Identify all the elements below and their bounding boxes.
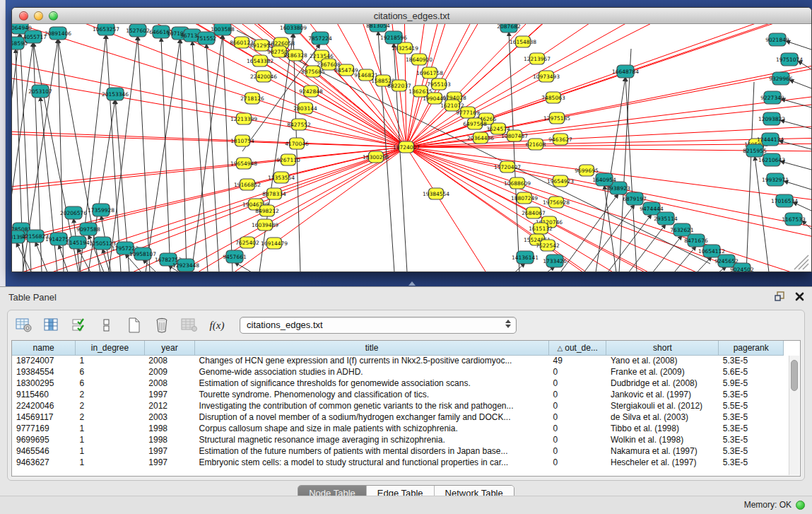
graph-node[interactable]: 1003588 <box>211 24 235 35</box>
graph-node[interactable]: 17016534 <box>771 194 798 207</box>
column-header-year[interactable]: year <box>144 341 194 355</box>
column-header-short[interactable]: short <box>606 341 719 355</box>
table-row[interactable]: 911546021997Tourette syndrome. Phenomeno… <box>12 389 784 400</box>
function-builder-icon[interactable]: f(x) <box>208 316 226 334</box>
graph-node[interactable]: 16039489 <box>252 219 278 230</box>
graph-node[interactable]: 1145194 <box>66 236 90 249</box>
graph-node[interactable]: 20153346 <box>102 88 129 100</box>
graph-node[interactable]: 1527602 <box>126 24 150 37</box>
graph-node[interactable]: 12213967 <box>524 53 551 64</box>
graph-node[interactable]: 7625402 <box>235 237 259 248</box>
graph-node[interactable]: 9021849 <box>765 33 789 46</box>
graph-node[interactable]: 9097588 <box>76 223 100 235</box>
graph-node[interactable]: 19384554 <box>423 188 449 199</box>
graph-node[interactable]: 9329966 <box>769 72 793 85</box>
graph-node[interactable]: 16033809 <box>280 24 307 34</box>
column-header-name[interactable]: name <box>12 341 76 355</box>
graph-node[interactable]: 18640910 <box>406 54 433 65</box>
graph-node[interactable]: 1167533 <box>782 213 806 226</box>
graph-node[interactable]: 14136141 <box>512 251 539 264</box>
graph-node[interactable]: 4170046 <box>285 138 309 149</box>
column-header-in_degree[interactable]: in_degree <box>76 341 145 355</box>
network-canvas[interactable]: 1830029592671101135355419654948191668528… <box>12 24 811 271</box>
create-column-icon[interactable] <box>125 316 143 334</box>
panel-splitter-handle[interactable] <box>408 281 416 286</box>
select-all-icon[interactable] <box>70 316 88 334</box>
table-row[interactable]: 1872400712008Changes of HCN gene express… <box>12 355 784 366</box>
table-row[interactable]: 2242004622012Investigating the contribut… <box>12 400 784 411</box>
table-row[interactable]: 1830029562008Estimation of significance … <box>12 378 784 389</box>
graph-node[interactable]: 9457661 <box>223 250 247 263</box>
graph-node[interactable]: 2087682 <box>497 24 521 33</box>
graph-node[interactable]: 10688609 <box>504 177 531 189</box>
row-options-icon[interactable] <box>98 316 116 334</box>
graph-node[interactable]: 16543382 <box>247 55 273 66</box>
graph-node[interactable]: 12975185 <box>543 112 570 124</box>
float-window-icon[interactable] <box>774 291 786 303</box>
column-header-out_de[interactable]: △out_de... <box>549 341 606 355</box>
graph-node[interactable]: 7857224 <box>308 32 332 45</box>
delete-column-icon[interactable] <box>153 316 171 334</box>
table-row[interactable]: 1456911722003Disruption of a novel membe… <box>12 411 784 423</box>
graph-node[interactable]: 8878334 <box>262 188 286 199</box>
table-row[interactable]: 946554611997Estimation of the future num… <box>12 445 784 457</box>
graph-node[interactable]: 8427552 <box>287 119 311 130</box>
svg-text:20153346: 20153346 <box>102 91 129 98</box>
graph-node[interactable]: 16154838 <box>510 36 536 47</box>
table-row[interactable]: 977716911998Corpus callosum shape and si… <box>12 423 784 434</box>
memory-ok-icon[interactable] <box>796 501 805 510</box>
import-table-icon[interactable] <box>180 316 199 334</box>
graph-node[interactable]: 22420046 <box>250 71 277 82</box>
graph-node[interactable]: 2053107 <box>28 85 52 98</box>
graph-node[interactable]: 10973493 <box>533 71 560 82</box>
table-scrollbar-thumb[interactable] <box>791 360 798 391</box>
graph-node[interactable]: 15720407 <box>494 161 521 173</box>
network-view-window[interactable]: citations_edges.txt 18300295926711011353… <box>11 7 812 272</box>
graph-node[interactable]: 9024502 <box>730 263 754 272</box>
network-window-titlebar[interactable]: citations_edges.txt <box>12 8 811 24</box>
graph-node[interactable]: 19756928 <box>543 197 570 208</box>
graph-node[interactable]: 751552 <box>196 32 217 45</box>
graph-node[interactable]: 19166852 <box>234 179 261 190</box>
graph-node[interactable]: 8215955 <box>743 144 767 157</box>
graph-node[interactable]: 8471676 <box>684 234 708 247</box>
table-mode-icon[interactable] <box>15 316 33 334</box>
graph-node[interactable]: 16914479 <box>261 238 288 249</box>
graph-node[interactable]: 6879197 <box>623 192 647 205</box>
table-row[interactable]: 969969511998Structural magnetic resonanc… <box>12 434 784 445</box>
close-icon[interactable] <box>794 291 805 302</box>
graph-node[interactable]: 1733426 <box>543 255 567 267</box>
table-row[interactable]: 946362711997Embryonic stem cells: a mode… <box>12 457 784 468</box>
graph-node[interactable]: 9227349 <box>760 91 784 104</box>
table-scrollbar[interactable] <box>789 356 799 475</box>
graph-node[interactable]: 17359928 <box>88 204 114 216</box>
table-selector-dropdown[interactable]: citations_edges.txt <box>240 317 517 334</box>
graph-node[interactable]: 2718126 <box>240 93 264 104</box>
graph-node[interactable]: 621608 <box>526 139 546 150</box>
graph-node[interactable]: 16961758 <box>416 67 443 78</box>
graph-node[interactable]: 20206576 <box>60 206 87 219</box>
column-header-title[interactable]: title <box>195 341 549 355</box>
graph-node[interactable]: 19654948 <box>230 158 257 169</box>
graph-node[interactable]: 1810754 <box>230 135 254 146</box>
graph-node[interactable]: 12093822 <box>758 112 785 125</box>
svg-text:2935114: 2935114 <box>654 216 678 222</box>
graph-node[interactable]: 9242848 <box>299 86 323 97</box>
svg-text:7955103: 7955103 <box>427 81 451 88</box>
graph-node[interactable]: 19932971 <box>762 173 789 186</box>
graph-edge <box>12 97 242 141</box>
table-row[interactable]: 1938455462009Genome-wide association stu… <box>12 366 784 378</box>
graph-node[interactable]: 2935114 <box>654 212 678 225</box>
graph-node[interactable]: 7485063 <box>541 92 565 103</box>
graph-node[interactable]: 10653257 <box>93 24 119 35</box>
graph-node[interactable]: 1640954 <box>592 173 616 186</box>
graph-node[interactable]: 9699695 <box>575 165 599 176</box>
graph-node[interactable]: 20891406 <box>45 27 71 40</box>
window-resize-grip[interactable] <box>794 255 808 269</box>
graph-node[interactable]: 11353554 <box>268 172 295 183</box>
graph-node[interactable]: 8813054 <box>366 24 390 32</box>
column-header-pagerank[interactable]: pagerank <box>719 341 784 355</box>
graph-node[interactable]: 19751074 <box>776 53 803 66</box>
show-columns-icon[interactable] <box>42 316 61 334</box>
graph-node[interactable]: 19218596 <box>380 31 407 44</box>
